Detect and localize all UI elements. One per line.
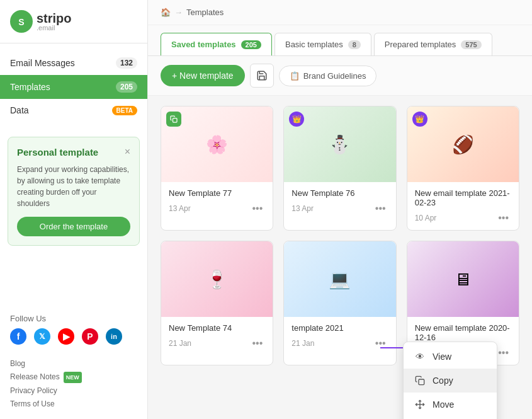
- template-dots-21[interactable]: •••: [373, 336, 388, 350]
- template-card-76[interactable]: 👑 ⛄ New Template 76 13 Apr •••: [283, 106, 396, 231]
- brand-guidelines-label: Brand Guidelines: [303, 71, 366, 81]
- social-icons: f 𝕏 ▶ P in: [10, 328, 137, 345]
- context-menu-view-label: View: [433, 352, 451, 362]
- sidebar-item-data[interactable]: Data beta: [0, 99, 147, 122]
- stripo-logo-icon: S: [10, 10, 33, 33]
- template-card-21[interactable]: 💻 template 2021 21 Jan •••: [283, 241, 396, 365]
- personal-template-close[interactable]: ×: [125, 146, 130, 158]
- context-menu: 👁 View Copy: [403, 342, 497, 419]
- twitter-icon[interactable]: 𝕏: [34, 328, 50, 345]
- svg-text:S: S: [18, 17, 24, 27]
- template-thumb-77: 🌸: [161, 106, 273, 182]
- template-dots-77[interactable]: •••: [250, 202, 266, 215]
- breadcrumb-current: Templates: [186, 8, 224, 17]
- tab-basic-badge: 8: [348, 40, 361, 49]
- sidebar-nav: Email Messages 132 Templates 205 Data be…: [0, 43, 147, 129]
- tab-saved-badge: 205: [241, 40, 261, 49]
- toolbar: + New template 📋 Brand Guidelines: [148, 56, 532, 96]
- template-card-77[interactable]: 🌸 New Template 77 13 Apr •••: [161, 106, 273, 231]
- follow-us-title: Follow Us: [10, 314, 137, 323]
- sidebar-label-email: Email Messages: [10, 58, 75, 68]
- tab-saved-label: Saved templates: [171, 40, 236, 49]
- context-menu-copy-label: Copy: [433, 376, 453, 386]
- tab-saved-templates[interactable]: Saved templates 205: [161, 33, 272, 55]
- template-date-row-74: 21 Jan •••: [169, 336, 265, 350]
- order-template-button[interactable]: Order the template: [17, 217, 130, 236]
- tab-basic-templates[interactable]: Basic templates 8: [274, 33, 371, 55]
- save-icon-button[interactable]: [250, 64, 274, 88]
- template-name-21: template 2021: [291, 323, 388, 333]
- sidebar-item-email-messages[interactable]: Email Messages 132: [0, 51, 147, 75]
- sidebar-item-templates[interactable]: Templates 205: [0, 75, 147, 99]
- main-content: 🏠 → Templates Saved templates 205 Basic …: [148, 0, 532, 419]
- tab-prepared-templates[interactable]: Prepared templates 575: [374, 33, 492, 55]
- crown-badge-email2023: 👑: [412, 112, 427, 127]
- personal-template-header: Personal template ×: [17, 146, 130, 158]
- template-info-21: template 2021 21 Jan •••: [284, 317, 395, 355]
- template-date-21: 21 Jan: [291, 339, 314, 348]
- tab-prepared-label: Prepared templates: [385, 40, 456, 49]
- sidebar-logo: S stripo .email: [0, 0, 147, 43]
- footer-link-blog[interactable]: Blog: [10, 357, 137, 371]
- template-name-77: New Template 77: [169, 188, 265, 198]
- template-name-email2020: New email template 2020-12-16: [415, 323, 511, 342]
- template-dots-76[interactable]: •••: [373, 202, 388, 215]
- template-date-row-77: 13 Apr •••: [169, 202, 265, 215]
- template-thumb-76: 👑 ⛄: [284, 106, 395, 182]
- context-menu-delete[interactable]: Delete: [404, 416, 497, 419]
- template-info-77: New Template 77 13 Apr •••: [161, 182, 273, 221]
- linkedin-icon[interactable]: in: [106, 328, 122, 345]
- template-dots-email2023[interactable]: •••: [495, 211, 511, 225]
- tab-prepared-badge: 575: [461, 40, 481, 49]
- sidebar-label-templates: Templates: [10, 82, 50, 92]
- template-dots-74[interactable]: •••: [250, 336, 266, 350]
- new-template-button[interactable]: + New template: [161, 65, 245, 86]
- personal-template-desc: Expand your working capabilities, by all…: [17, 164, 130, 209]
- template-info-email2023: New email template 2021-02-23 10 Apr •••: [407, 182, 519, 230]
- template-thumb-email2020: 🖥: [407, 241, 519, 317]
- breadcrumb-home[interactable]: 🏠: [161, 8, 171, 17]
- sidebar-label-data: Data: [10, 105, 29, 115]
- template-date-row-76: 13 Apr •••: [291, 202, 388, 215]
- context-menu-view[interactable]: 👁 View: [404, 345, 497, 369]
- personal-template-title: Personal template: [17, 147, 98, 158]
- template-info-76: New Template 76 13 Apr •••: [284, 182, 395, 221]
- pinterest-icon[interactable]: P: [82, 328, 98, 345]
- template-date-76: 13 Apr: [291, 204, 314, 213]
- logo-container[interactable]: S stripo .email: [10, 10, 137, 33]
- release-notes-new-badge: NEW: [64, 372, 82, 383]
- brand-guidelines-button[interactable]: 📋 Brand Guidelines: [279, 66, 377, 86]
- template-date-row-email2023: 10 Apr •••: [415, 211, 511, 225]
- template-name-76: New Template 76: [291, 188, 388, 198]
- footer-links: Blog Release Notes NEW Privacy Policy Te…: [0, 352, 147, 419]
- template-date-email2023: 10 Apr: [415, 214, 437, 222]
- copy-badge: [166, 112, 181, 127]
- svg-rect-2: [173, 118, 178, 123]
- template-card-email2023[interactable]: 👑 🏈 New email template 2021-02-23 10 Apr…: [407, 106, 519, 231]
- template-card-74[interactable]: 🍷 New Template 74 21 Jan •••: [161, 241, 273, 365]
- template-date-74: 21 Jan: [169, 339, 191, 348]
- template-date-row-21: 21 Jan •••: [291, 336, 388, 350]
- template-dots-email2020[interactable]: •••: [495, 346, 511, 360]
- move-icon: [414, 398, 426, 411]
- svg-rect-5: [419, 379, 424, 385]
- template-info-74: New Template 74 21 Jan •••: [161, 317, 273, 355]
- thumb-content-74: 🍷: [161, 241, 273, 317]
- context-menu-copy[interactable]: Copy: [404, 369, 497, 393]
- logo-text: stripo .email: [37, 12, 72, 32]
- context-menu-move-label: Move: [433, 399, 454, 410]
- thumb-content-21: 💻: [284, 241, 395, 317]
- context-menu-move[interactable]: Move: [404, 393, 497, 416]
- template-thumb-74: 🍷: [161, 241, 273, 317]
- copy-icon: [414, 374, 426, 387]
- follow-us-section: Follow Us f 𝕏 ▶ P in: [0, 306, 147, 352]
- brand-guidelines-icon: 📋: [290, 71, 300, 81]
- facebook-icon[interactable]: f: [10, 328, 26, 345]
- footer-link-privacy[interactable]: Privacy Policy: [10, 384, 137, 398]
- footer-link-release-notes[interactable]: Release Notes NEW: [10, 370, 137, 384]
- youtube-icon[interactable]: ▶: [58, 328, 74, 345]
- templates-grid: 🌸 New Template 77 13 Apr ••• 👑 ⛄ New: [148, 96, 532, 376]
- template-date-77: 13 Apr: [169, 204, 191, 213]
- breadcrumb: 🏠 → Templates: [148, 0, 532, 25]
- footer-link-terms[interactable]: Terms of Use: [10, 398, 137, 411]
